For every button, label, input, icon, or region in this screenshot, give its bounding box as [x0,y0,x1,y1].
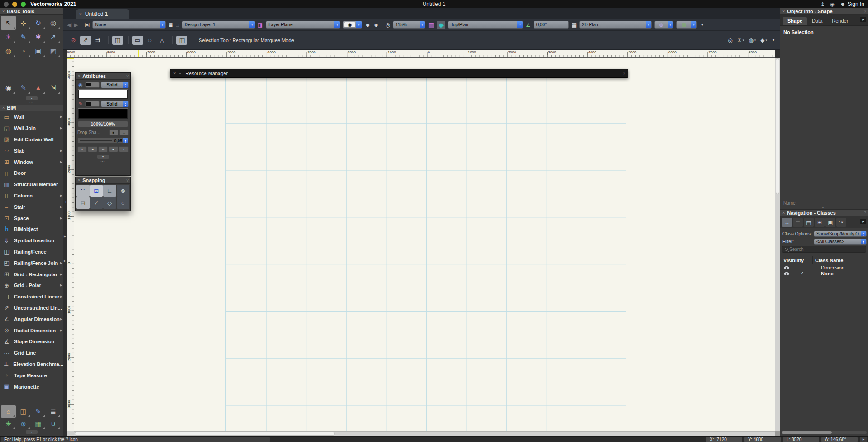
bim-tool-constrained-linear[interactable]: ⊣Constrained Linear...▶ [0,291,63,303]
palette-collapse-button[interactable]: ▾ [26,96,38,100]
tab-render[interactable]: Render [827,17,853,25]
bim-tool-edit-curtain-wall[interactable]: ▨Edit Curtain Wall [0,134,63,145]
viewport-grid-icon[interactable]: ▦ [428,21,434,29]
palette-resize-handle[interactable]: ⋯ [0,101,63,105]
lasso-marquee-mode[interactable]: ◌ [144,36,155,45]
3d-modeling-tool[interactable]: ▲ [31,81,46,95]
toolset-collapse-button[interactable]: ▾ [26,430,38,434]
camera-tool[interactable]: ◩ [46,44,61,58]
render-mode-dropdown[interactable]: 2D Plan ▾ [579,21,652,29]
pen-color-well[interactable] [78,108,128,119]
attributes-collapse-button[interactable]: ▾ [97,155,109,159]
class-display-dropdown[interactable]: ◉ ▾ [343,21,362,29]
bim-tool-elevation-benchma[interactable]: ⊥Elevation Benchma... [0,359,63,370]
sign-in-button[interactable]: ☻ Sign In [840,1,864,7]
zoom-tool[interactable]: ◎ [46,16,61,30]
bim-tool-door[interactable]: ▯Door [0,168,63,179]
eyedropper-tool[interactable]: ◉ [1,81,16,95]
close-icon[interactable]: × [78,74,80,78]
render-options-menu[interactable]: ◍ ▾ [749,37,756,43]
nav-tab-classes[interactable]: ∴ [782,218,792,227]
object-pickup-mode[interactable]: ◫ [112,36,123,45]
user-view-icon[interactable]: ☻ [373,22,379,28]
bim-tool-grid-line[interactable]: ⋯Grid Line [0,347,63,359]
bim-tool-column[interactable]: ▯Column▶ [0,190,63,202]
close-icon[interactable]: × [782,211,785,215]
link-markers-button[interactable]: ∞ [98,146,108,152]
end-marker-dropdown[interactable]: ▾ [119,146,129,152]
back-icon[interactable]: ◀ [67,22,71,28]
wall-plane-icon[interactable]: ◨ [258,22,263,28]
object-info-header[interactable]: × Object Info - Shape ? [780,8,868,15]
vertical-scrollbar-thumb[interactable] [776,58,779,194]
close-icon[interactable]: × [2,106,5,110]
render-options-dropdown[interactable]: ◍ ▾ [654,21,673,29]
bim-tool-radial-dimension[interactable]: ⊘Radial Dimension▶ [0,325,63,336]
view-bar-overflow-icon[interactable]: ▼ [701,23,704,27]
share-icon[interactable]: ↥ [820,1,825,7]
visibility-eye-icon[interactable] [784,266,789,269]
bim-tool-marionette[interactable]: ▣Marionette [0,381,63,392]
navigation-scrollbar[interactable] [782,431,867,434]
nav-tab-saved-views[interactable]: ▣ [825,218,835,227]
horizontal-scrollbar[interactable] [74,431,775,436]
interactive-scaling-disabled-mode[interactable]: ⊘ [68,36,79,45]
start-arrow-button[interactable]: ◂ [88,146,97,152]
horizontal-scrollbar-thumb[interactable] [75,432,335,436]
bim-tool-grid-rectangular[interactable]: ⊞Grid - Rectangular▶ [0,269,63,280]
snap-to-grid[interactable]: ∷ [76,185,90,197]
bim-tool-wall[interactable]: ▭Wall▶ [0,111,63,123]
zoom-window-button[interactable] [21,2,26,7]
divider-expand-icon[interactable]: ▶ [64,235,66,238]
snap-to-object[interactable]: ⊡ [90,185,103,197]
drop-shadow-swatch-button[interactable]: ■ [109,130,118,135]
flyout-icon[interactable]: ▶ [60,149,62,153]
render-bitmap-tool[interactable]: ◔ [16,44,31,58]
snap-to-angle[interactable]: ∟ [103,185,116,197]
class-options-dropdown[interactable]: Show/Snap/Modify O... ▴▾ [814,231,867,237]
plan-rotation-icon[interactable]: ∠ [526,22,531,28]
visibility-tool[interactable]: ◍ [1,44,16,58]
opacity-button[interactable]: 100%/100% [78,121,128,127]
pen-swatch-button[interactable] [85,101,100,107]
furnishings-toolset[interactable]: ◫ [16,405,31,418]
help-icon[interactable]: ? [864,211,866,215]
bim-tool-structural-member[interactable]: ▥Structural Member [0,179,63,190]
palette-dock-divider[interactable]: ⋮ ▶ ▶ [63,50,67,436]
bim-tool-unconstrained-lin[interactable]: ⇗Unconstrained Lin... [0,303,63,314]
clip-cube-tool[interactable]: ▣ [31,44,46,58]
mep-toolset[interactable]: ∪ [46,418,61,430]
user-origin-icon[interactable]: ☻ [365,22,371,28]
fill-swatch-button[interactable] [85,82,100,88]
bim-tool-wall-join[interactable]: ◲Wall Join▶ [0,123,63,134]
panel-expand-icon[interactable]: ▶ [860,219,866,224]
active-class-dropdown[interactable]: None ▾ [92,21,166,29]
vertical-scrollbar[interactable] [775,58,780,431]
flyout-icon[interactable]: ▶ [60,295,62,298]
snapping-header[interactable]: × Snapping ? [76,177,130,184]
flyout-icon[interactable]: ▶ [60,194,62,197]
minimize-window-button[interactable] [12,2,17,7]
help-icon[interactable]: ? [126,178,129,183]
bim-tool-railing-fence-join[interactable]: ◰Railing/Fence Join▶ [0,257,63,269]
bim-tool-stair[interactable]: ≡Stair▶ [0,201,63,212]
drag-sheet-tool[interactable]: ⇲ [46,81,61,95]
flyout-icon[interactable]: ▶ [60,273,62,276]
survey-toolset[interactable]: ▦ [31,418,46,430]
detailing-toolset[interactable]: ≣ [46,405,61,418]
smart-edge[interactable]: ∕ [90,197,103,209]
flyover-tool[interactable]: ↻ [31,16,46,30]
nav-tab-sheet-layers[interactable]: ▤ [804,218,814,227]
attributes-header[interactable]: × Attributes ? [76,73,130,80]
bim-tool-angular-dimension[interactable]: ∠Angular Dimension▶ [0,313,63,325]
nav-tab-design-layers[interactable]: ≣ [793,218,803,227]
snap-loupe[interactable]: ○ [117,197,130,209]
class-search-input[interactable]: Search [782,246,866,253]
nav-tab-references[interactable]: ↷ [836,218,846,227]
view-dropdown[interactable]: Top/Plan ▾ [448,21,523,29]
bim-tool-symbol-insertion[interactable]: ⇓Symbol Insertion [0,235,63,246]
class-row-dimension[interactable]: Dimension [780,265,868,271]
resource-manager-titlebar[interactable]: × − Resource Manager ? [170,69,628,78]
object-drop-mode[interactable]: ◫ [176,36,187,45]
panel-expand-icon[interactable]: ▶ [860,17,866,22]
